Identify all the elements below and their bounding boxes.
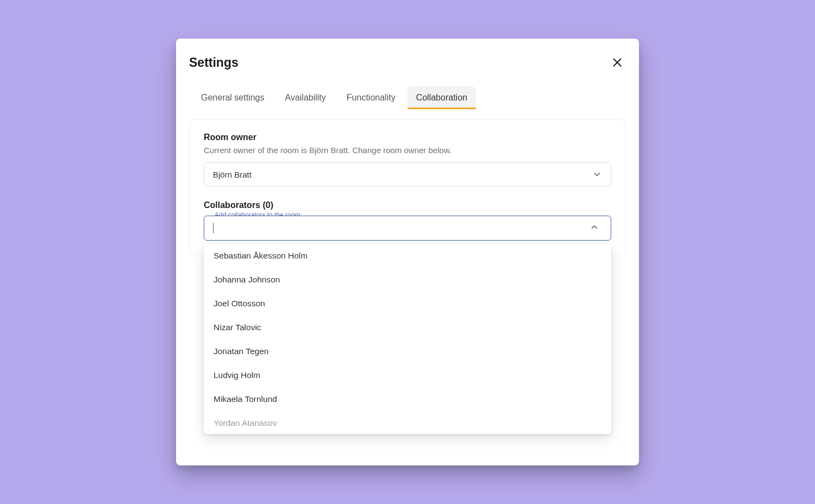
collaborators-dropdown: Sebastian Åkesson Holm Johanna Johnson J… <box>204 244 611 434</box>
collaborators-heading: Collaborators (0) <box>204 200 611 210</box>
room-owner-description: Current owner of the room is Björn Bratt… <box>204 146 611 155</box>
settings-tabs: General settings Availability Functional… <box>189 86 626 109</box>
collaborator-option[interactable]: Jonatan Tegen <box>204 339 611 363</box>
tab-availability[interactable]: Availability <box>277 86 335 109</box>
collaborators-combobox[interactable] <box>204 216 611 241</box>
collaborator-option[interactable]: Nizar Talovic <box>204 316 611 339</box>
text-cursor <box>213 223 214 234</box>
room-owner-selected-value: Björn Bratt <box>213 170 252 179</box>
tab-collaboration[interactable]: Collaboration <box>408 86 476 109</box>
chevron-up-icon[interactable] <box>588 220 601 236</box>
collaborator-option[interactable]: Ludvig Holm <box>204 363 611 387</box>
collaborator-option[interactable]: Mikaela Tornlund <box>204 387 611 411</box>
collaborator-option[interactable]: Yordan Atanasov <box>204 411 611 434</box>
collaborators-input[interactable] <box>213 224 587 233</box>
tab-general-settings[interactable]: General settings <box>192 86 273 109</box>
collaborator-option[interactable]: Johanna Johnson <box>204 268 611 292</box>
tab-functionality[interactable]: Functionality <box>338 86 404 109</box>
room-owner-select[interactable]: Björn Bratt <box>204 162 611 186</box>
collaborator-option[interactable]: Joel Ottosson <box>204 292 611 316</box>
modal-title: Settings <box>189 55 239 70</box>
modal-header: Settings <box>189 52 626 77</box>
settings-modal: Settings General settings Availability F… <box>176 39 639 465</box>
collaborator-option[interactable]: Sebastian Åkesson Holm <box>204 244 611 268</box>
chevron-down-icon <box>592 169 602 179</box>
close-button[interactable] <box>609 54 626 71</box>
close-icon <box>611 56 623 68</box>
room-owner-heading: Room owner <box>204 133 611 142</box>
collaborators-combobox-wrap: Add collaborators to the room Sebastian … <box>204 216 611 241</box>
collaboration-panel: Room owner Current owner of the room is … <box>189 119 626 256</box>
